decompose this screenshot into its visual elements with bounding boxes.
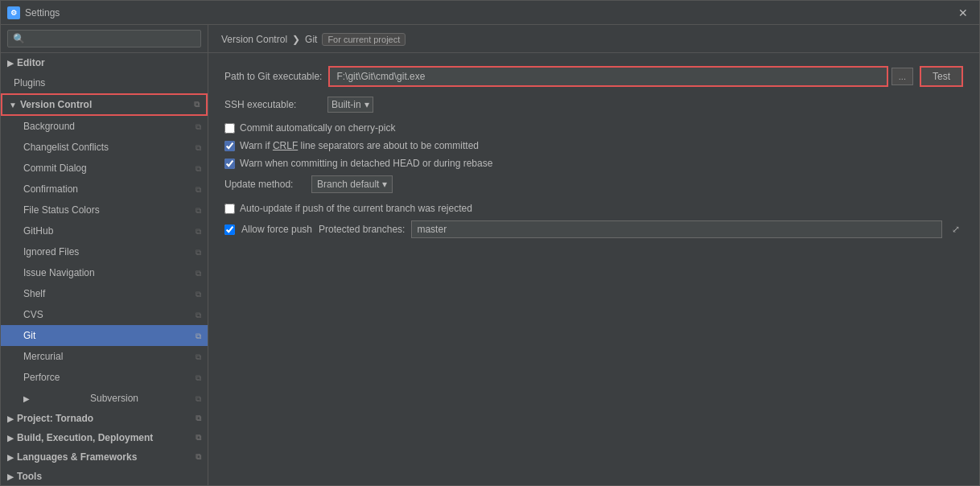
auto-update-row: Auto-update if push of the current branc… [224,203,963,214]
search-bar [1,25,208,53]
cvs-copy-icon: ⧉ [196,309,201,321]
path-input-wrapper: ... [328,66,913,87]
shelf-label: Shelf [23,286,45,301]
lang-copy-icon: ⧉ [196,452,201,462]
ssh-dropdown-arrow: ▾ [364,99,369,110]
window-title: Settings [25,7,953,19]
subversion-copy-icon: ⧉ [196,393,201,405]
project-copy-icon: ⧉ [196,414,201,423]
sidebar-item-confirmation[interactable]: Confirmation ⧉ [1,179,208,200]
background-copy-icon: ⧉ [196,121,201,133]
sidebar-item-changelist-conflicts[interactable]: Changelist Conflicts ⧉ [1,137,208,158]
sidebar-item-background[interactable]: Background ⧉ [1,116,208,137]
breadcrumb: Version Control ❯ Git For current projec… [208,25,979,53]
sidebar-item-subversion[interactable]: ▶ Subversion ⧉ [1,388,208,409]
breadcrumb-vc: Version Control [221,34,287,45]
confirmation-copy-icon: ⧉ [196,183,201,196]
sidebar-item-ignored-files[interactable]: Ignored Files ⧉ [1,241,208,262]
search-input[interactable] [7,30,201,47]
issue-nav-copy-icon: ⧉ [196,267,201,279]
path-input[interactable] [328,66,887,87]
shelf-copy-icon: ⧉ [196,288,201,300]
protected-expand-button[interactable]: ⤢ [949,222,963,237]
commit-dialog-label: Commit Dialog [23,161,87,175]
sidebar-item-editor[interactable]: ▶ Editor [1,53,208,72]
github-copy-icon: ⧉ [196,225,201,237]
sidebar-item-cvs[interactable]: CVS ⧉ [1,304,208,325]
force-push-row: Allow force push Protected branches: ⤢ [224,220,963,238]
detached-head-row: Warn when committing in detached HEAD or… [224,158,963,169]
sidebar-item-build-execution[interactable]: ▶ Build, Execution, Deployment ⧉ [1,428,208,447]
update-value: Branch default [317,179,379,190]
project-arrow: ▶ [7,414,14,423]
crlf-checkbox[interactable] [224,141,235,151]
ssh-select[interactable]: Built-in ▾ [327,97,373,113]
sidebar-item-plugins[interactable]: Plugins [1,72,208,93]
changelist-label: Changelist Conflicts [23,140,109,154]
main-content: Version Control ❯ Git For current projec… [208,25,979,485]
cherry-pick-row: Commit automatically on cherry-pick [224,122,963,134]
sidebar-item-git[interactable]: Git ⧉ [1,325,208,346]
path-label: Path to Git executable: [224,71,322,82]
commit-dialog-copy-icon: ⧉ [196,163,201,175]
update-select[interactable]: Branch default ▾ [311,175,393,193]
changelist-copy-icon: ⧉ [196,142,201,154]
force-push-label: Allow force push [241,224,312,235]
vc-arrow: ▼ [9,101,17,109]
breadcrumb-git: Git [305,34,317,45]
issue-nav-label: Issue Navigation [23,266,95,280]
auto-update-label: Auto-update if push of the current branc… [240,203,472,214]
dots-button[interactable]: ... [891,68,913,85]
lang-label: Languages & Frameworks [17,451,137,463]
sidebar-item-version-control[interactable]: ▼ Version Control ⧉ [1,93,208,116]
perforce-label: Perforce [23,370,60,385]
perforce-copy-icon: ⧉ [196,372,201,384]
ignored-files-copy-icon: ⧉ [196,246,201,258]
sidebar-item-issue-navigation[interactable]: Issue Navigation ⧉ [1,262,208,283]
confirmation-label: Confirmation [23,182,78,196]
sidebar-item-shelf[interactable]: Shelf ⧉ [1,283,208,304]
protected-branches-input[interactable] [411,220,942,238]
sidebar-item-languages[interactable]: ▶ Languages & Frameworks ⧉ [1,447,208,467]
content-area: ▶ Editor Plugins ▼ Version Control ⧉ Bac… [1,25,979,485]
build-arrow: ▶ [7,434,14,443]
close-button[interactable]: ✕ [953,5,973,21]
breadcrumb-sep: ❯ [292,34,300,45]
project-label: Project: Tornado [17,413,93,424]
background-label: Background [23,119,75,134]
sidebar: ▶ Editor Plugins ▼ Version Control ⧉ Bac… [1,25,208,485]
cherry-pick-checkbox[interactable] [224,123,235,134]
detached-head-checkbox[interactable] [224,159,235,169]
subversion-arrow: ▶ [23,393,30,405]
ignored-files-label: Ignored Files [23,245,79,259]
sidebar-item-file-status-colors[interactable]: File Status Colors ⧉ [1,200,208,220]
sidebar-item-tools[interactable]: ▶ Tools [1,467,208,485]
git-copy-icon: ⧉ [196,330,201,342]
sidebar-item-mercurial[interactable]: Mercurial ⧉ [1,346,208,367]
editor-label: Editor [17,57,45,68]
for-current-project-badge[interactable]: For current project [322,33,406,46]
test-button[interactable]: Test [920,66,963,87]
update-method-row: Update method: Branch default ▾ [224,175,963,193]
git-label: Git [23,328,35,343]
vc-label: Version Control [20,99,92,110]
force-push-checkbox[interactable] [224,224,235,235]
detached-head-label: Warn when committing in detached HEAD or… [240,158,492,169]
file-status-label: File Status Colors [23,203,100,217]
tools-label: Tools [17,471,42,482]
protected-branches-label: Protected branches: [319,224,405,235]
crlf-row: Warn if CRLF line separators are about t… [224,140,963,151]
tools-arrow: ▶ [7,472,14,481]
lang-arrow: ▶ [7,453,14,462]
auto-update-checkbox[interactable] [224,204,235,214]
sidebar-item-perforce[interactable]: Perforce ⧉ [1,367,208,388]
sidebar-item-github[interactable]: GitHub ⧉ [1,220,208,241]
cherry-pick-label: Commit automatically on cherry-pick [240,122,395,134]
settings-form: Path to Git executable: ... Test SSH exe… [208,53,979,257]
update-dropdown-arrow: ▾ [382,179,387,190]
sidebar-item-project-tornado[interactable]: ▶ Project: Tornado ⧉ [1,409,208,428]
github-label: GitHub [23,224,53,238]
editor-arrow: ▶ [7,59,14,68]
sidebar-item-commit-dialog[interactable]: Commit Dialog ⧉ [1,158,208,179]
build-label: Build, Execution, Deployment [17,432,153,443]
